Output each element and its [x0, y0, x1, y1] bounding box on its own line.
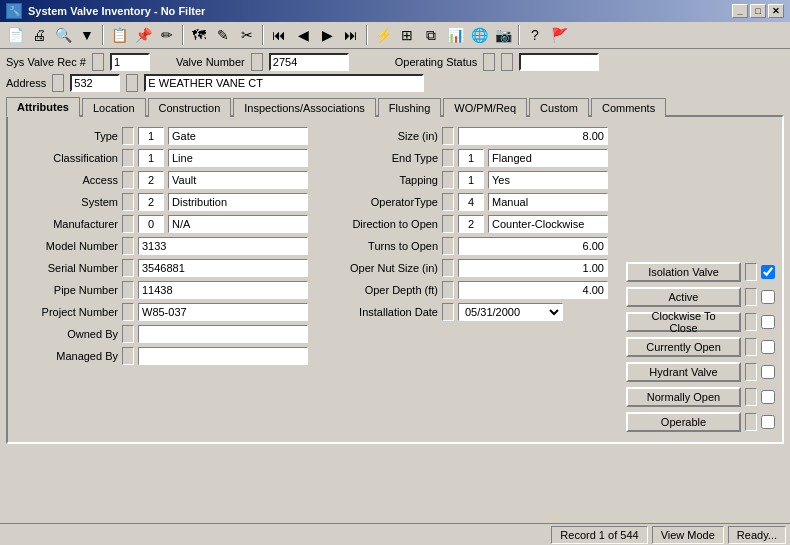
attr-value-input[interactable] — [488, 215, 608, 233]
attr-code-input[interactable] — [458, 171, 484, 189]
attr-value-input[interactable] — [138, 347, 308, 365]
attr-value-input[interactable] — [488, 171, 608, 189]
tab-comments[interactable]: Comments — [591, 98, 666, 117]
checkbox-input[interactable] — [761, 415, 775, 429]
cb-icon — [745, 413, 757, 431]
right-attr-row: OperatorType — [328, 193, 608, 211]
attr-label: Oper Nut Size (in) — [328, 262, 438, 274]
first-button[interactable]: ⏮ — [268, 24, 290, 46]
attr-label: Direction to Open — [328, 218, 438, 230]
filter-button[interactable]: ▼ — [76, 24, 98, 46]
address-street-input[interactable] — [144, 74, 424, 92]
attr-value-input[interactable] — [488, 193, 608, 211]
paste-button[interactable]: 📌 — [132, 24, 154, 46]
date-select[interactable]: 05/31/2000 — [458, 303, 563, 321]
valve-number-label: Valve Number — [176, 56, 245, 68]
prev-button[interactable]: ◀ — [292, 24, 314, 46]
address-num-input[interactable] — [70, 74, 120, 92]
attr-value-input[interactable] — [458, 281, 608, 299]
checkbox-row: Currently Open — [626, 337, 775, 357]
attr-value-input[interactable] — [138, 325, 308, 343]
attributes-grid: TypeClassificationAccessSystemManufactur… — [18, 127, 772, 432]
globe-button[interactable]: 🌐 — [468, 24, 490, 46]
attr-value-input[interactable] — [168, 193, 308, 211]
tab-location[interactable]: Location — [82, 98, 146, 117]
attr-code-input[interactable] — [138, 149, 164, 167]
attr-icon — [442, 281, 454, 299]
last-button[interactable]: ⏭ — [340, 24, 362, 46]
print-button[interactable]: 🖨 — [28, 24, 50, 46]
checkbox-row: Isolation Valve — [626, 262, 775, 282]
attr-label: Owned By — [18, 328, 118, 340]
attr-value-input[interactable] — [168, 149, 308, 167]
checkbox-input[interactable] — [761, 390, 775, 404]
attr-value-input[interactable] — [458, 259, 608, 277]
grid-button[interactable]: ⊞ — [396, 24, 418, 46]
checkbox-input[interactable] — [761, 265, 775, 279]
cb-icon — [745, 363, 757, 381]
camera-button[interactable]: 📷 — [492, 24, 514, 46]
layers-button[interactable]: ⧉ — [420, 24, 442, 46]
search-button[interactable]: 🔍 — [52, 24, 74, 46]
left-attr-row: Model Number — [18, 237, 308, 255]
attr-code-input[interactable] — [458, 215, 484, 233]
attr-value-input[interactable] — [458, 237, 608, 255]
toolbar: 📄 🖨 🔍 ▼ 📋 📌 ✏ 🗺 ✎ ✂ ⏮ ◀ ▶ ⏭ ⚡ ⊞ ⧉ 📊 🌐 📷 … — [0, 22, 790, 48]
attr-value-input[interactable] — [138, 237, 308, 255]
attr-value-input[interactable] — [138, 259, 308, 277]
attr-code-input[interactable] — [458, 149, 484, 167]
checkbox-input[interactable] — [761, 365, 775, 379]
attr-value-input[interactable] — [458, 127, 608, 145]
attr-value-input[interactable] — [168, 127, 308, 145]
tab-wo[interactable]: WO/PM/Req — [443, 98, 527, 117]
flag-button[interactable]: 🚩 — [548, 24, 570, 46]
edit-button[interactable]: ✏ — [156, 24, 178, 46]
attr-value-input[interactable] — [138, 303, 308, 321]
checkbox-label: Isolation Valve — [626, 262, 741, 282]
op-status-icon1 — [483, 53, 495, 71]
bolt-button[interactable]: ⚡ — [372, 24, 394, 46]
attr-value-input[interactable] — [168, 215, 308, 233]
checkbox-input[interactable] — [761, 340, 775, 354]
attr-value-input[interactable] — [488, 149, 608, 167]
pencil-button[interactable]: ✎ — [212, 24, 234, 46]
view-mode-status: View Mode — [652, 526, 724, 544]
attr-label: Tapping — [328, 174, 438, 186]
attr-value-input[interactable] — [138, 281, 308, 299]
map-button[interactable]: 🗺 — [188, 24, 210, 46]
sep1 — [102, 25, 104, 45]
tab-attributes[interactable]: Attributes — [6, 97, 80, 117]
tab-construction[interactable]: Construction — [148, 98, 232, 117]
attr-code-input[interactable] — [458, 193, 484, 211]
help-button[interactable]: ? — [524, 24, 546, 46]
attr-code-input[interactable] — [138, 193, 164, 211]
checkbox-label: Active — [626, 287, 741, 307]
operating-status-label: Operating Status — [395, 56, 478, 68]
close-button[interactable]: ✕ — [768, 4, 784, 18]
window-controls[interactable]: _ □ ✕ — [732, 4, 784, 18]
scissors-button[interactable]: ✂ — [236, 24, 258, 46]
new-button[interactable]: 📄 — [4, 24, 26, 46]
sys-valve-input[interactable] — [110, 53, 150, 71]
checkbox-row: Clockwise To Close — [626, 312, 775, 332]
tab-flushing[interactable]: Flushing — [378, 98, 442, 117]
left-attr-row: Manufacturer — [18, 215, 308, 233]
attr-code-input[interactable] — [138, 127, 164, 145]
ready-status: Ready... — [728, 526, 786, 544]
next-button[interactable]: ▶ — [316, 24, 338, 46]
checkbox-label: Clockwise To Close — [626, 312, 741, 332]
checkbox-label: Normally Open — [626, 387, 741, 407]
checkbox-input[interactable] — [761, 290, 775, 304]
copy-button[interactable]: 📋 — [108, 24, 130, 46]
tab-inspections[interactable]: Inspections/Associations — [233, 98, 375, 117]
minimize-button[interactable]: _ — [732, 4, 748, 18]
attr-code-input[interactable] — [138, 171, 164, 189]
operating-status-input[interactable] — [519, 53, 599, 71]
valve-number-input[interactable] — [269, 53, 349, 71]
checkbox-input[interactable] — [761, 315, 775, 329]
maximize-button[interactable]: □ — [750, 4, 766, 18]
attr-code-input[interactable] — [138, 215, 164, 233]
chart-button[interactable]: 📊 — [444, 24, 466, 46]
tab-custom[interactable]: Custom — [529, 98, 589, 117]
attr-value-input[interactable] — [168, 171, 308, 189]
